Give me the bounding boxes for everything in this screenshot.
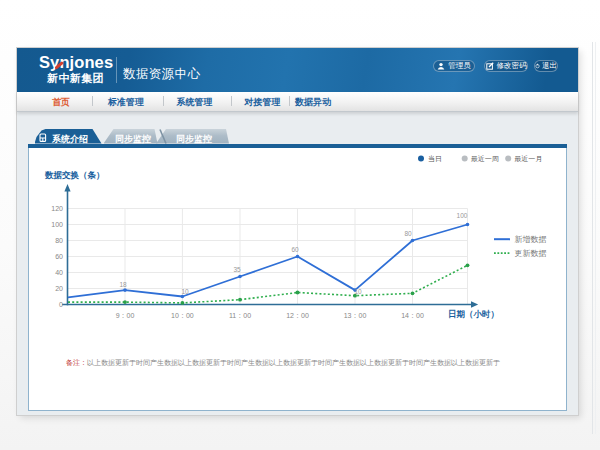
svg-text:当日: 当日 [428, 155, 442, 163]
svg-text:新增数据: 新增数据 [515, 235, 547, 244]
svg-text:120: 120 [51, 205, 63, 212]
svg-text:9：00: 9：00 [116, 312, 135, 319]
svg-text:系统介绍: 系统介绍 [51, 134, 88, 144]
svg-text:80: 80 [55, 237, 63, 244]
svg-text:11：00: 11：00 [229, 312, 251, 319]
svg-text:100: 100 [51, 221, 63, 228]
svg-text:60: 60 [291, 246, 299, 253]
svg-text:最近一月: 最近一月 [514, 155, 542, 163]
svg-text:最近一周: 最近一周 [471, 155, 499, 162]
svg-text:18: 18 [119, 281, 127, 288]
svg-text:10: 10 [354, 288, 362, 295]
svg-text:80: 80 [404, 230, 412, 237]
svg-text:0: 0 [59, 301, 63, 308]
svg-text:更新数据: 更新数据 [515, 249, 547, 258]
svg-text:40: 40 [55, 269, 63, 276]
svg-text:60: 60 [55, 253, 63, 260]
svg-text:同步监控: 同步监控 [115, 134, 151, 144]
svg-text:14：00: 14：00 [401, 312, 424, 319]
svg-text:100: 100 [457, 212, 468, 219]
svg-text:20: 20 [55, 285, 63, 292]
svg-text:35: 35 [233, 266, 241, 273]
svg-text:10：00: 10：00 [171, 312, 194, 319]
svg-text:12：00: 12：00 [286, 312, 309, 319]
svg-text:同步监控: 同步监控 [176, 134, 212, 144]
svg-text:日期（小时）: 日期（小时） [448, 309, 499, 319]
svg-text:数据交换（条）: 数据交换（条） [44, 170, 105, 180]
svg-text:10: 10 [181, 288, 189, 295]
svg-text:13：00: 13：00 [344, 312, 367, 319]
